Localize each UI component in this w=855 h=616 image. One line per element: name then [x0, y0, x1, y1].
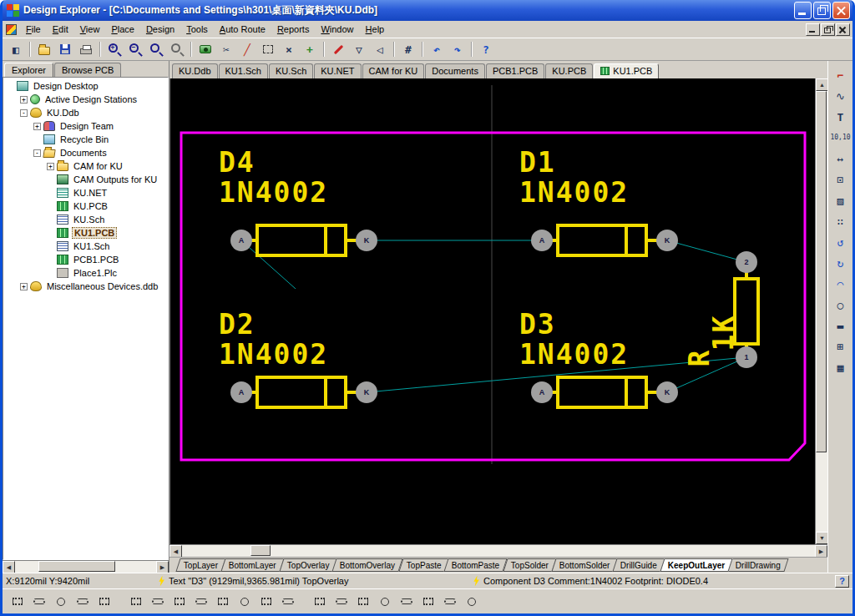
scroll-left-icon[interactable]: ◀: [3, 561, 15, 573]
crystal-footprint-button[interactable]: [462, 593, 482, 611]
canvas-vertical-scrollbar[interactable]: ▲ ▼: [815, 78, 827, 544]
mdi-close-button[interactable]: [836, 23, 850, 36]
comment-label-d2[interactable]: 1N4002: [219, 341, 328, 368]
place-fill-button[interactable]: ▬: [831, 316, 851, 335]
arc-any-angle-button[interactable]: ◠: [831, 275, 851, 293]
designator-label-d1[interactable]: D1: [519, 149, 556, 176]
scroll-right-icon[interactable]: ▶: [815, 545, 827, 558]
tab-browse-pcb[interactable]: Browse PCB: [54, 63, 121, 77]
designator-label-d2[interactable]: D2: [219, 311, 255, 338]
scroll-right-icon[interactable]: ▶: [156, 561, 169, 573]
doc-tab-ku1-sch[interactable]: KU1.Sch: [219, 63, 268, 78]
tree-item-ku-net[interactable]: KU.NET: [3, 186, 168, 199]
restore-button[interactable]: [813, 2, 831, 19]
interactive-routing-button[interactable]: ⌐: [831, 66, 851, 84]
scroll-track[interactable]: [15, 561, 156, 573]
menu-design[interactable]: Design: [140, 22, 180, 37]
browse-camera-button[interactable]: [195, 40, 215, 58]
scroll-down-icon[interactable]: ▼: [816, 532, 828, 544]
dip24-footprint-button[interactable]: [278, 593, 298, 611]
dip6-footprint-button[interactable]: [148, 593, 168, 611]
place-dimension-button[interactable]: ↔: [831, 149, 851, 168]
expand-toggle[interactable]: -: [33, 149, 41, 157]
paste-array-button[interactable]: ⊞: [831, 337, 851, 356]
resistor-footprint-button[interactable]: [29, 593, 49, 611]
doc-tab-ku-ddb[interactable]: KU.Ddb: [172, 63, 218, 78]
capacitor-footprint-button[interactable]: [51, 593, 71, 611]
expand-toggle[interactable]: +: [20, 283, 28, 290]
scroll-up-icon[interactable]: ▲: [816, 78, 828, 91]
place-string-button[interactable]: T: [831, 108, 851, 126]
place-room-button[interactable]: ▨: [831, 191, 851, 210]
layer-tab-keepoutlayer[interactable]: KeepOutLayer: [660, 558, 733, 572]
sip8-footprint-button[interactable]: [375, 593, 395, 611]
menu-file[interactable]: File: [20, 22, 47, 37]
tree-item-ku-pcb[interactable]: KU.PCB: [3, 199, 168, 213]
designator-label-d4[interactable]: D4: [219, 149, 255, 176]
doc-tab-pcb1-pcb[interactable]: PCB1.PCB: [486, 63, 544, 78]
layer-tab-drilldrawing[interactable]: DrillDrawing: [728, 558, 789, 572]
layer-tab-topoverlay[interactable]: TopOverlay: [279, 558, 337, 572]
expand-toggle[interactable]: -: [20, 109, 28, 117]
scroll-thumb[interactable]: [38, 561, 115, 572]
scroll-left-icon[interactable]: ◀: [169, 545, 182, 558]
status-help-button[interactable]: ?: [835, 575, 849, 588]
soic-footprint-button[interactable]: [440, 593, 460, 611]
pad-d2-a[interactable]: A: [230, 381, 252, 403]
explorer-panel-toggle-button[interactable]: ◧: [6, 40, 26, 58]
tree-horizontal-scrollbar[interactable]: ◀ ▶: [3, 560, 169, 573]
pad-d4-k[interactable]: K: [356, 230, 377, 251]
menu-window[interactable]: Window: [315, 22, 359, 37]
scroll-track[interactable]: [182, 545, 815, 557]
minimize-button[interactable]: [794, 2, 812, 19]
layer-tab-drillguide[interactable]: DrillGuide: [613, 558, 665, 572]
print-button[interactable]: [76, 40, 96, 58]
zoom-out-button[interactable]: −: [125, 40, 145, 58]
expand-toggle[interactable]: +: [33, 123, 41, 130]
tree-item-cam-outputs[interactable]: CAM Outputs for KU: [3, 173, 168, 186]
redo-button[interactable]: ↷: [448, 40, 468, 58]
tree-item-place1-plc[interactable]: Place1.Plc: [3, 266, 168, 280]
tree-item-misc-devices[interactable]: +Miscellaneous Devices.ddb: [3, 280, 168, 293]
layer-tab-bottomsolder[interactable]: BottomSolder: [551, 558, 618, 572]
menu-place[interactable]: Place: [105, 22, 140, 37]
dip18-footprint-button[interactable]: [235, 593, 255, 611]
sot-footprint-button[interactable]: [418, 593, 438, 611]
save-button[interactable]: [55, 40, 75, 58]
scroll-track[interactable]: [816, 91, 827, 532]
menu-reports[interactable]: Reports: [271, 22, 316, 37]
place-array-button[interactable]: ∷: [831, 212, 851, 230]
tab-explorer[interactable]: Explorer: [4, 63, 53, 77]
split-plane-button[interactable]: ◁: [370, 40, 390, 58]
pad-d1-k[interactable]: K: [656, 230, 678, 251]
move-object-button[interactable]: +: [300, 40, 320, 58]
open-button[interactable]: [34, 40, 54, 58]
menu-help[interactable]: Help: [360, 22, 391, 37]
layer-tab-bottompaste[interactable]: BottomPaste: [444, 558, 508, 572]
array-placement-button[interactable]: [8, 593, 28, 611]
place-coordinate-button[interactable]: 10,10: [831, 129, 851, 147]
expand-toggle[interactable]: +: [47, 163, 54, 170]
menu-auto-route[interactable]: Auto Route: [214, 22, 271, 37]
cut-button[interactable]: ✂: [216, 40, 236, 58]
knife-button[interactable]: ╱: [237, 40, 257, 58]
comment-label-d3[interactable]: 1N4002: [519, 341, 629, 368]
document-system-icon[interactable]: [6, 24, 17, 35]
dip4-footprint-button[interactable]: [126, 593, 146, 611]
tree-item-recycle-bin[interactable]: Recycle Bin: [3, 133, 168, 146]
tree-item-ku1-sch[interactable]: KU1.Sch: [3, 240, 168, 253]
mdi-restore-button[interactable]: [821, 23, 835, 36]
smd-chip-footprint-button[interactable]: [397, 593, 417, 611]
clear-selection-button[interactable]: ×: [279, 40, 299, 58]
pad-d3-k[interactable]: K: [656, 381, 678, 403]
tree-item-pcb1-pcb[interactable]: PCB1.PCB: [3, 253, 168, 266]
doc-tab-ku-net[interactable]: KU.NET: [314, 63, 361, 78]
doc-tab-ku-pcb[interactable]: KU.PCB: [545, 63, 593, 78]
zoom-area-button[interactable]: [146, 40, 166, 58]
scroll-thumb[interactable]: [250, 545, 271, 556]
tree-item-documents[interactable]: -Documents: [3, 146, 168, 159]
zoom-in-button[interactable]: +: [104, 40, 124, 58]
dip20-footprint-button[interactable]: [256, 593, 276, 611]
sip4-footprint-button[interactable]: [331, 593, 352, 611]
zoom-document-button[interactable]: [167, 40, 187, 58]
